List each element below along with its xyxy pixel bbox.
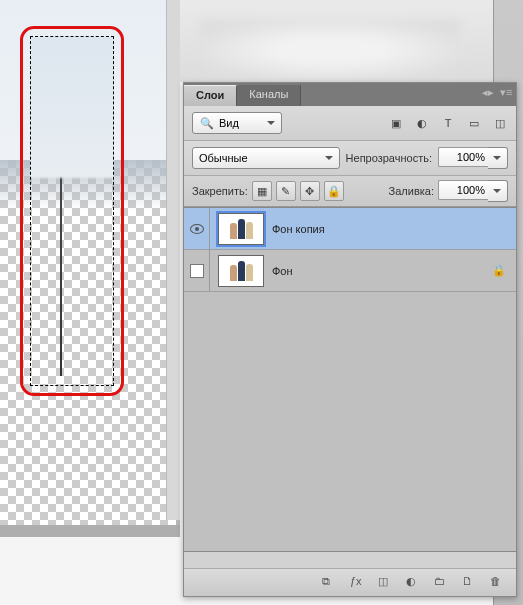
image-fade	[0, 160, 176, 210]
canvas-border	[0, 525, 180, 537]
opacity-dropdown-button[interactable]	[488, 147, 508, 169]
visibility-toggle[interactable]	[184, 208, 210, 249]
image-content	[0, 0, 176, 160]
filter-row: 🔍 Вид ▣ ◐ T ▭ ◫	[184, 106, 516, 141]
panel-footer: ⧉ ƒx ◫ ◐ 🗀 🗋 🗑	[184, 568, 516, 596]
lock-indicator-icon: 🔒	[492, 264, 506, 277]
canvas-area[interactable]	[0, 0, 180, 535]
opacity-value: 100%	[457, 151, 485, 163]
filter-pixel-icon[interactable]: ▣	[388, 115, 404, 131]
search-icon: 🔍	[199, 115, 215, 131]
filter-adjust-icon[interactable]: ◐	[414, 115, 430, 131]
layer-name[interactable]: Фон	[272, 265, 492, 277]
layer-thumbnail[interactable]	[218, 255, 264, 287]
layer-list: Фон копия Фон 🔒	[184, 207, 516, 552]
lock-row: Закрепить: ▦ ✎ ✥ 🔒 Заливка: 100%	[184, 176, 516, 207]
blend-row: Обычные Непрозрачность: 100%	[184, 141, 516, 176]
blend-mode-value: Обычные	[199, 152, 248, 164]
delete-layer-button[interactable]: 🗑	[490, 575, 506, 591]
document[interactable]	[0, 0, 176, 530]
fill-label: Заливка:	[389, 185, 434, 197]
mask-button[interactable]: ◫	[378, 575, 394, 591]
tab-layers[interactable]: Слои	[184, 85, 237, 106]
lock-icon: 🔒	[326, 183, 342, 199]
blend-mode-dropdown[interactable]: Обычные	[192, 147, 340, 169]
panel-tabbar: Слои Каналы ◂▸ ▾≡	[184, 83, 516, 106]
lock-transparency-button[interactable]: ▦	[252, 181, 272, 201]
filter-smart-icon[interactable]: ◫	[492, 115, 508, 131]
brush-icon: ✎	[278, 183, 294, 199]
pixels-icon: ▦	[254, 183, 270, 199]
link-layers-button[interactable]: ⧉	[322, 575, 338, 591]
group-button[interactable]: 🗀	[434, 575, 450, 591]
fill-input[interactable]: 100%	[438, 180, 488, 200]
lock-label: Закрепить:	[192, 185, 248, 197]
filter-label: Вид	[219, 117, 239, 129]
layer-name[interactable]: Фон копия	[272, 223, 516, 235]
layer-thumbnail[interactable]	[218, 213, 264, 245]
filter-text-icon[interactable]: T	[440, 115, 456, 131]
new-layer-button[interactable]: 🗋	[462, 575, 478, 591]
fx-button[interactable]: ƒx	[350, 575, 366, 591]
lock-position-button[interactable]: ✥	[300, 181, 320, 201]
filter-shape-icon[interactable]: ▭	[466, 115, 482, 131]
layer-row[interactable]: Фон копия	[184, 208, 516, 250]
visibility-checkbox	[190, 264, 204, 278]
image-edge-seam	[60, 46, 62, 376]
canvas-scrollbar[interactable]	[166, 0, 180, 520]
fill-value: 100%	[457, 184, 485, 196]
collapse-icon[interactable]: ◂▸	[482, 86, 494, 98]
lock-all-button[interactable]: 🔒	[324, 181, 344, 201]
visibility-toggle[interactable]	[184, 250, 210, 291]
panel-menu-icon[interactable]: ▾≡	[500, 86, 512, 98]
filter-type-dropdown[interactable]: 🔍 Вид	[192, 112, 282, 134]
fill-dropdown-button[interactable]	[488, 180, 508, 202]
transparency-grid	[0, 160, 176, 530]
move-icon: ✥	[302, 183, 318, 199]
opacity-input[interactable]: 100%	[438, 147, 488, 167]
lock-image-button[interactable]: ✎	[276, 181, 296, 201]
layer-row[interactable]: Фон 🔒	[184, 250, 516, 292]
background-blur	[200, 20, 460, 80]
eye-icon	[190, 224, 204, 234]
tab-channels[interactable]: Каналы	[237, 85, 301, 106]
layers-panel: Слои Каналы ◂▸ ▾≡ 🔍 Вид ▣ ◐ T ▭ ◫ Обычны…	[183, 82, 517, 597]
opacity-label: Непрозрачность:	[346, 152, 432, 164]
adjustment-button[interactable]: ◐	[406, 575, 422, 591]
